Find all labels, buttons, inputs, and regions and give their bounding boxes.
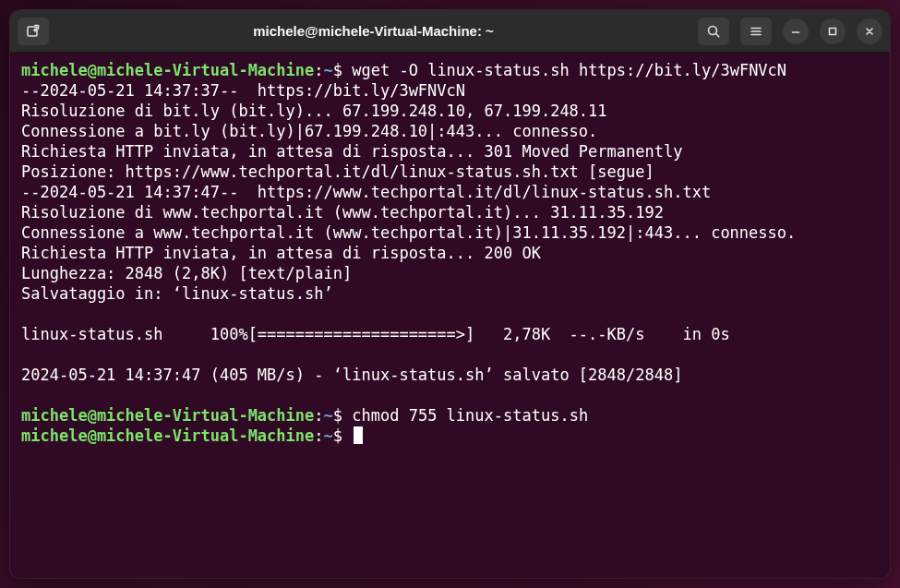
window-title: michele@michele-Virtual-Machine: ~ [54, 23, 692, 39]
prompt-sep1: : [314, 426, 323, 445]
minimize-button[interactable] [783, 18, 809, 44]
output-line: Connessione a www.techportal.it (www.tec… [21, 223, 796, 242]
output-line: linux-status.sh 100%[===================… [21, 325, 730, 343]
cmd2-text: chmod 755 linux-status.sh [342, 406, 588, 425]
prompt-sep2: $ [333, 426, 342, 445]
menu-button[interactable] [740, 18, 772, 45]
prompt-path: ~ [324, 61, 333, 79]
output-line: 2024-05-21 14:37:47 (405 MB/s) - ‘linux-… [21, 366, 682, 384]
output-line: Risoluzione di www.techportal.it (www.te… [21, 203, 664, 222]
prompt-path: ~ [324, 406, 333, 425]
close-button[interactable] [857, 18, 882, 44]
output-line: Risoluzione di bit.ly (bit.ly)... 67.199… [21, 102, 607, 120]
prompt-user: michele@michele-Virtual-Machine [21, 406, 314, 425]
prompt-sep1: : [314, 61, 323, 79]
maximize-button[interactable] [820, 18, 846, 44]
cmd3-text [342, 426, 352, 445]
output-line: Posizione: https://www.techportal.it/dl/… [21, 162, 654, 181]
output-line: Connessione a bit.ly (bit.ly)|67.199.248… [21, 122, 597, 140]
minimize-icon [789, 25, 802, 38]
prompt-user: michele@michele-Virtual-Machine [21, 61, 314, 79]
output-line: --2024-05-21 14:37:47-- https://www.tech… [21, 183, 711, 201]
titlebar: michele@michele-Virtual-Machine: ~ [10, 10, 890, 53]
prompt-user: michele@michele-Virtual-Machine [21, 426, 314, 445]
terminal-viewport[interactable]: michele@michele-Virtual-Machine:~$ wget … [10, 53, 890, 578]
output-line: Richiesta HTTP inviata, in attesa di ris… [21, 244, 541, 262]
prompt-sep2: $ [333, 406, 342, 425]
prompt-sep2: $ [333, 61, 342, 79]
prompt-path: ~ [324, 426, 333, 445]
svg-rect-2 [830, 28, 836, 34]
output-line: --2024-05-21 14:37:37-- https://bit.ly/3… [21, 81, 465, 100]
output-line: Lunghezza: 2848 (2,8K) [text/plain] [21, 264, 352, 282]
terminal-window: michele@michele-Virtual-Machine: ~ [9, 9, 891, 579]
new-tab-icon [25, 23, 42, 40]
search-icon [705, 23, 722, 40]
maximize-icon [826, 25, 839, 38]
cmd1-text: wget -O linux-status.sh https://bit.ly/3… [342, 61, 786, 79]
output-line: Salvataggio in: ‘linux-status.sh’ [21, 284, 333, 303]
new-tab-button[interactable] [18, 18, 49, 45]
output-line: Richiesta HTTP inviata, in attesa di ris… [21, 142, 682, 161]
cursor-block [354, 426, 363, 444]
prompt-sep1: : [314, 406, 323, 425]
hamburger-icon [748, 23, 764, 40]
close-icon [863, 25, 876, 38]
search-button[interactable] [698, 18, 729, 45]
